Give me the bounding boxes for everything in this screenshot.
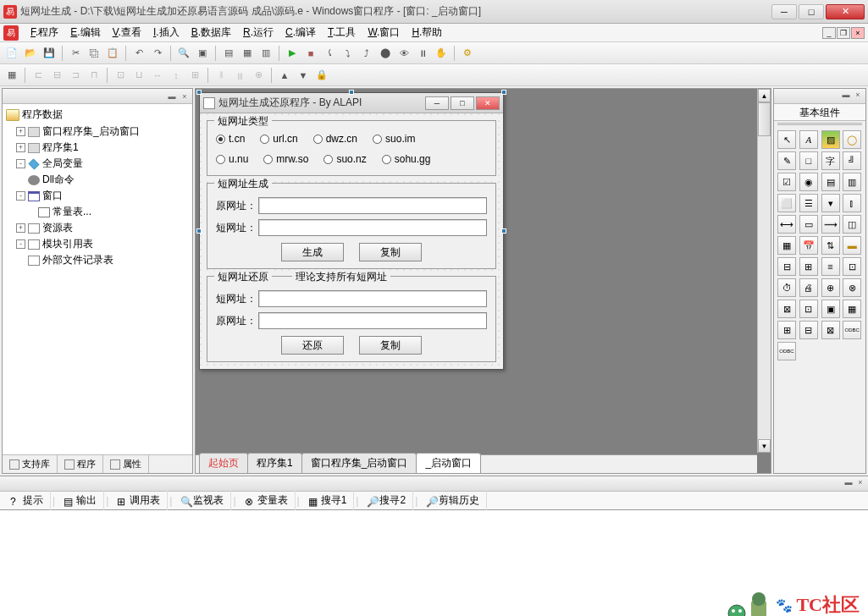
copy-button-2[interactable]: 复制 bbox=[359, 336, 422, 355]
radio-dot[interactable] bbox=[216, 135, 225, 144]
tree-node[interactable]: -模块引用表 bbox=[16, 236, 189, 252]
tab-active[interactable]: _启动窗口 bbox=[416, 453, 481, 473]
comp-net2[interactable]: ⊡ bbox=[799, 300, 818, 318]
radio-sohu.gg[interactable]: sohu.gg bbox=[382, 153, 431, 165]
comp-radio[interactable]: ◉ bbox=[799, 173, 818, 191]
radio-mrw.so[interactable]: mrw.so bbox=[263, 153, 308, 165]
tab-start[interactable]: 起始页 bbox=[199, 453, 248, 473]
find-button[interactable]: 🔍 bbox=[175, 45, 192, 62]
step-into-button[interactable]: ⤵ bbox=[340, 45, 357, 62]
form-maximize[interactable]: □ bbox=[451, 96, 474, 110]
comp-updown[interactable]: ⇅ bbox=[821, 236, 840, 255]
breakpoint-button[interactable]: ⬤ bbox=[377, 45, 394, 62]
comp-sock2[interactable]: ⊠ bbox=[821, 321, 840, 339]
comp-text[interactable]: 字 bbox=[821, 151, 840, 170]
tree-node[interactable]: +窗口程序集_启动窗口 bbox=[16, 124, 189, 140]
copy-button[interactable]: ⿻ bbox=[86, 45, 102, 62]
step-over-button[interactable]: ⤹ bbox=[321, 45, 338, 62]
menu-编译[interactable]: C.编译 bbox=[280, 24, 321, 41]
open-button[interactable]: 📂 bbox=[22, 45, 39, 62]
comp-richtext[interactable]: ⊡ bbox=[843, 257, 861, 276]
comp-listbox[interactable]: ☰ bbox=[799, 194, 818, 212]
send-back[interactable]: ▼ bbox=[295, 67, 312, 84]
comp-line[interactable]: ╝ bbox=[843, 151, 861, 170]
save-button[interactable]: 💾 bbox=[41, 45, 58, 62]
tree-node[interactable]: +程序集1 bbox=[16, 140, 189, 156]
input-short-url[interactable] bbox=[258, 219, 487, 236]
grid-button[interactable]: ▦ bbox=[3, 67, 20, 84]
group-url-type[interactable]: 短网址类型 t.cnurl.cndwz.cnsuo.im u.numrw.sos… bbox=[207, 120, 496, 176]
design-vscrollbar[interactable]: ▲ ▼ bbox=[757, 89, 771, 453]
comp-shape[interactable]: ◯ bbox=[843, 130, 861, 149]
bottom-tab-输出[interactable]: ▤输出 bbox=[57, 491, 104, 510]
close-button[interactable]: ✕ bbox=[826, 4, 865, 19]
radio-dwz.cn[interactable]: dwz.cn bbox=[313, 133, 357, 145]
scroll-down[interactable]: ▼ bbox=[758, 439, 771, 453]
tab-窗口程序集_启动窗口[interactable]: 窗口程序集_启动窗口 bbox=[301, 453, 417, 473]
comp-progress[interactable]: ▭ bbox=[799, 215, 818, 234]
menu-帮助[interactable]: H.帮助 bbox=[406, 24, 447, 41]
bottom-tab-搜寻1[interactable]: ▦搜寻1 bbox=[301, 491, 355, 510]
tree-expand[interactable]: + bbox=[16, 143, 25, 152]
menu-工具[interactable]: T.工具 bbox=[323, 24, 361, 41]
mdi-restore[interactable]: ❐ bbox=[837, 27, 850, 39]
panel-close[interactable]: × bbox=[179, 91, 191, 102]
layout3-button[interactable]: ▥ bbox=[257, 45, 274, 62]
comp-tree[interactable]: ⊟ bbox=[777, 257, 796, 276]
comp-sock1[interactable]: ⊟ bbox=[799, 321, 818, 339]
radio-suo.nz[interactable]: suo.nz bbox=[323, 153, 366, 165]
comp-frame[interactable]: □ bbox=[799, 151, 818, 170]
radio-dot[interactable] bbox=[263, 155, 273, 164]
menu-插入[interactable]: I.插入 bbox=[148, 24, 185, 41]
comp-serial[interactable]: ⊞ bbox=[777, 321, 796, 339]
comp-picture[interactable]: ▨ bbox=[821, 130, 840, 149]
tree-expand[interactable]: - bbox=[16, 191, 25, 201]
comp-hscroll[interactable]: ⟷ bbox=[777, 215, 796, 234]
redo-button[interactable]: ↷ bbox=[149, 45, 166, 62]
comp-dropdown[interactable]: ▾ bbox=[821, 194, 840, 212]
comp-ext[interactable]: ODBC bbox=[777, 342, 796, 360]
tree-expand[interactable]: + bbox=[16, 127, 25, 136]
mdi-close[interactable]: × bbox=[851, 27, 865, 39]
mdi-minimize[interactable]: _ bbox=[822, 27, 836, 39]
generate-button[interactable]: 生成 bbox=[281, 243, 344, 261]
maximize-button[interactable]: □ bbox=[799, 4, 824, 19]
output-pin[interactable]: ▬ bbox=[843, 476, 854, 488]
tab-程序集1[interactable]: 程序集1 bbox=[247, 453, 302, 473]
bring-front[interactable]: ▲ bbox=[276, 67, 293, 84]
panel-pin[interactable]: ▬ bbox=[166, 91, 178, 102]
tree-node[interactable]: -窗口 bbox=[16, 188, 189, 204]
radio-dot[interactable] bbox=[313, 135, 323, 144]
radio-suo.im[interactable]: suo.im bbox=[373, 133, 415, 145]
tree-node[interactable]: 外部文件记录表 bbox=[16, 252, 189, 268]
run-button[interactable]: ▶ bbox=[284, 45, 301, 62]
output-close[interactable]: × bbox=[854, 476, 866, 488]
radio-dot[interactable] bbox=[373, 135, 382, 144]
form-minimize[interactable]: ─ bbox=[425, 96, 449, 110]
tree-expand[interactable]: - bbox=[16, 159, 25, 168]
bottom-tab-搜寻2[interactable]: 🔎搜寻2 bbox=[360, 491, 413, 510]
comp-odbc[interactable]: ODBC bbox=[843, 321, 861, 339]
step-out-button[interactable]: ⤴ bbox=[358, 45, 375, 62]
comp-toolbar[interactable]: ⊞ bbox=[799, 257, 818, 276]
scroll-thumb[interactable] bbox=[758, 102, 771, 136]
comp-label[interactable]: A bbox=[799, 130, 818, 149]
layout1-button[interactable]: ▤ bbox=[220, 45, 237, 62]
bottom-tab-剪辑历史[interactable]: 🔎剪辑历史 bbox=[419, 491, 487, 510]
tree-node[interactable]: 常量表... bbox=[26, 204, 189, 220]
new-button[interactable]: 📄 bbox=[3, 45, 20, 62]
radio-u.nu[interactable]: u.nu bbox=[216, 153, 248, 165]
comp-grid2[interactable]: ▦ bbox=[777, 236, 796, 255]
radio-url.cn[interactable]: url.cn bbox=[260, 133, 297, 145]
comp-img[interactable]: ▣ bbox=[821, 300, 840, 318]
restore-button[interactable]: 还原 bbox=[281, 336, 344, 355]
comp-checkbox[interactable]: ☑ bbox=[777, 173, 796, 191]
compile-button[interactable]: ⚙ bbox=[459, 45, 476, 62]
bottom-tab-提示[interactable]: ?提示 bbox=[3, 491, 51, 510]
palette-pin[interactable]: ▬ bbox=[840, 89, 852, 101]
comp-net1[interactable]: ⊠ bbox=[777, 300, 796, 318]
comp-tab[interactable]: ◫ bbox=[843, 215, 861, 234]
tree-expand[interactable]: - bbox=[16, 239, 25, 249]
tree-expand[interactable]: + bbox=[16, 223, 25, 233]
watch-button[interactable]: 👁 bbox=[395, 45, 412, 62]
